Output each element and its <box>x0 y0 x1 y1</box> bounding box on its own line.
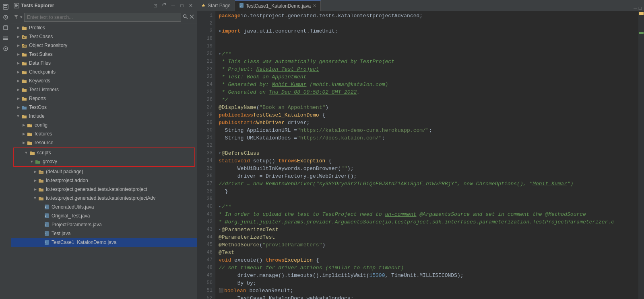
sidebar-icon-panel <box>0 0 11 299</box>
folder-keywords-icon <box>21 78 27 84</box>
arrow-object-repository[interactable] <box>15 43 21 48</box>
svg-rect-6 <box>3 37 8 37</box>
line-number-46: 46 <box>200 249 213 256</box>
tree-item-test-listeners[interactable]: Test Listeners <box>11 85 197 94</box>
tree-item-scripts[interactable]: scripts <box>14 148 194 157</box>
search-icon[interactable] <box>183 14 188 20</box>
code-line-33: ▾ @BeforeClass <box>219 150 638 157</box>
arrow-resource[interactable] <box>21 140 27 145</box>
arrow-groovy[interactable] <box>29 159 35 164</box>
tab-testcase1[interactable]: J TestCase1_KatalonDemo.java ✕ <box>235 0 321 11</box>
tree-item-project-parameters[interactable]: J ProjectParameters.java <box>11 220 197 229</box>
editor-maximize-btn[interactable]: □ <box>639 5 642 11</box>
tree-item-object-repository[interactable]: OR Object Repository <box>11 41 197 50</box>
tree-item-io-generated-katalontestproject[interactable]: io.testproject.generated.tests.katalonte… <box>11 185 197 194</box>
explorer-layout-btn[interactable]: ⊡ <box>152 2 159 9</box>
explorer-maximize-btn[interactable]: □ <box>178 2 186 9</box>
io-generated-katalontestprojectadv-label: io.testproject.generated.tests.katalonte… <box>46 195 155 201</box>
arrow-scripts[interactable] <box>23 150 29 156</box>
arrow-io-generated-katalontestprojectadv[interactable] <box>32 195 38 201</box>
arrow-data-files[interactable] <box>15 60 21 66</box>
explorer-minimize-btn[interactable]: ─ <box>169 2 177 9</box>
line-number-30: 30 <box>200 127 213 134</box>
arrow-checkpoints[interactable] <box>15 69 21 75</box>
tree-item-checkpoints[interactable]: Checkpoints <box>11 68 197 76</box>
generatedutils-label: GeneratedUtils.java <box>52 204 94 210</box>
arrow-test-listeners[interactable] <box>15 87 21 92</box>
tree-item-default-package[interactable]: (default package) <box>11 167 197 176</box>
code-line-34: static void setup() throws Exception { <box>219 157 638 165</box>
tree-item-io-testproject-addon[interactable]: io.testproject.addon <box>11 176 197 185</box>
arrow-test-suites[interactable] <box>15 51 21 57</box>
folder-resource-icon <box>27 139 33 146</box>
gutter-mark-1 <box>639 12 644 15</box>
tree-item-io-generated-katalontestprojectadv[interactable]: io.testproject.generated.tests.katalonte… <box>11 194 197 203</box>
arrow-io-generated-katalontestproject[interactable] <box>32 186 38 192</box>
testops-label: TestOps <box>29 104 47 110</box>
line-number-47: 47 <box>200 256 213 264</box>
arrow-io-testproject-addon[interactable] <box>32 178 38 183</box>
tree-item-keywords[interactable]: Keywords <box>11 76 197 85</box>
arrow-profiles[interactable] <box>15 25 21 31</box>
object-repository-label: Object Repository <box>29 43 67 48</box>
line-number-44: 44 <box>200 233 213 241</box>
tree-item-include[interactable]: Include <box>11 112 197 121</box>
tree-item-resource[interactable]: resource <box>11 138 197 147</box>
search-bar: ▾ <box>11 11 197 23</box>
tree-item-testops[interactable]: TestOps <box>11 103 197 112</box>
sidebar-icon-2[interactable] <box>1 13 10 22</box>
arrow-config[interactable] <box>21 122 27 128</box>
sidebar-icon-3[interactable] <box>1 23 10 32</box>
tab-start-page[interactable]: ★ Start Page <box>197 0 235 11</box>
arrow-features[interactable] <box>21 131 27 137</box>
tree-item-config[interactable]: config <box>11 121 197 129</box>
tree-item-profiles[interactable]: Profiles <box>11 23 197 32</box>
editor-minimize-btn[interactable]: ─ <box>634 5 637 11</box>
dropdown-icon[interactable]: ▾ <box>20 14 23 20</box>
arrow-default-package[interactable] <box>32 169 38 174</box>
explorer-header: Tests Explorer ⊡ ─ □ ✕ <box>11 0 197 11</box>
code-line-35: WebUiBuiltInKeywords.openBrowser(""); <box>219 165 638 172</box>
svg-rect-4 <box>4 26 8 30</box>
line-number-39: 39 <box>200 195 213 203</box>
filter-icon[interactable] <box>14 14 19 20</box>
profiles-label: Profiles <box>29 25 45 31</box>
tree-item-test-java[interactable]: J Test.java <box>11 229 197 238</box>
gutter: 1231819202122232425262728293031323334353… <box>197 11 215 299</box>
tree-item-testcase1-katalon[interactable]: J TestCase1_KatalonDemo.java <box>11 238 197 247</box>
explorer-close-btn[interactable]: ✕ <box>187 2 194 9</box>
editor-window-controls: ─ □ <box>631 5 644 11</box>
reports-label: Reports <box>29 96 46 101</box>
arrow-test-cases[interactable] <box>15 34 21 39</box>
tree-item-generatedutils[interactable]: J GeneratedUtils.java <box>11 203 197 211</box>
tree-item-features[interactable]: features <box>11 129 197 138</box>
code-line-48: // set timeout for driver actions (simil… <box>219 264 638 272</box>
tree-item-original-test[interactable]: J Original_Test.java <box>11 211 197 220</box>
explorer-title: Tests Explorer <box>21 3 150 8</box>
tree-item-groovy[interactable]: groovy <box>14 157 194 166</box>
tree-item-test-cases[interactable]: TC Test Cases <box>11 32 197 41</box>
sidebar-icon-4[interactable] <box>1 34 10 43</box>
line-number-40: 40 <box>200 203 213 211</box>
arrow-include[interactable] <box>15 113 21 119</box>
tree-item-test-suites[interactable]: Test Suites <box>11 50 197 59</box>
code-line-41: * In order to upload the test to TestPro… <box>219 211 638 218</box>
sidebar-icon-1[interactable] <box>1 2 10 11</box>
arrow-testops[interactable] <box>15 104 21 110</box>
tree-item-data-files[interactable]: Data Files <box>11 59 197 68</box>
folder-include-icon <box>21 113 27 119</box>
clear-search-icon[interactable] <box>189 14 194 20</box>
explorer-refresh-btn[interactable] <box>161 2 168 9</box>
arrow-keywords[interactable] <box>15 78 21 84</box>
arrow-reports[interactable] <box>15 96 21 101</box>
search-input[interactable] <box>24 13 181 22</box>
line-number-21: 21 <box>200 58 213 66</box>
test-java-label: Test.java <box>52 231 70 236</box>
sidebar-icon-5[interactable] <box>1 44 10 53</box>
file-test-java-icon: J <box>43 230 50 237</box>
tree-container: Profiles TC Test Cases OR Object Reposit… <box>11 23 197 299</box>
code-content[interactable]: package io.testproject.generated.tests.k… <box>215 11 638 299</box>
tree-item-reports[interactable]: Reports <box>11 94 197 103</box>
code-line-42: * @org.junit.jupiter.params.provider.Arg… <box>219 218 638 226</box>
tab-close-btn[interactable]: ✕ <box>313 3 316 8</box>
